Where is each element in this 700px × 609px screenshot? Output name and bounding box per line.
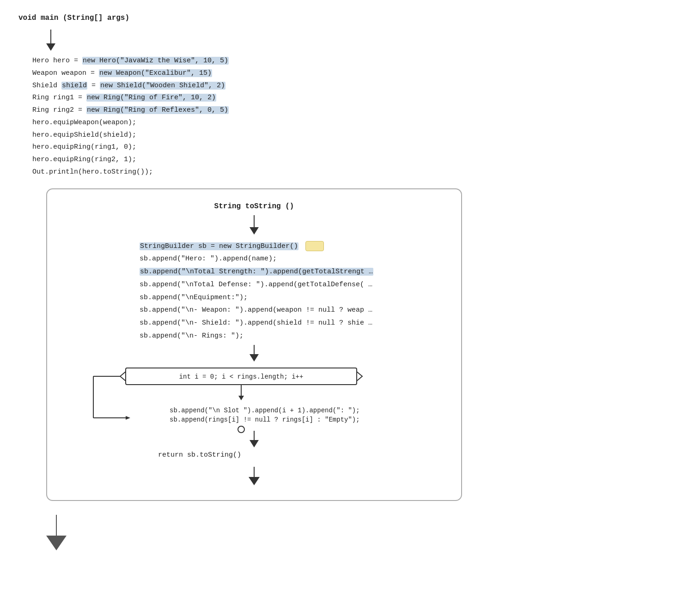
code-line-sb: StringBuilder sb = new StringBuilder() bbox=[140, 241, 443, 253]
code-line-weapon: Weapon weapon = new Weapon("Excalibur", … bbox=[32, 68, 229, 79]
svg-text:sb.append(rings[i] != null ? r: sb.append(rings[i] != null ? rings[i] : … bbox=[170, 416, 360, 423]
svg-point-12 bbox=[238, 426, 244, 433]
tostring-method-box: String toString () StringBuilder sb = ne… bbox=[46, 188, 462, 501]
flowchart-main: void main (String[] args) Hero hero = ne… bbox=[18, 14, 682, 550]
tostring-entry-arrow bbox=[66, 215, 443, 235]
tostring-title: String toString () bbox=[66, 202, 443, 211]
code-line-append-defense: sb.append("\nTotal Defense: ").append(ge… bbox=[140, 279, 443, 291]
code-line-append-rings: sb.append("\n- Rings: "); bbox=[140, 331, 443, 342]
code-line-append-weapon: sb.append("\n- Weapon: ").append(weapon … bbox=[140, 305, 443, 316]
tostring-exit-arrow bbox=[66, 467, 443, 485]
code-line-println: Out.println(hero.toString()); bbox=[32, 167, 229, 178]
return-line: return sb.toString() bbox=[66, 450, 443, 461]
main-code-block: Hero hero = new Hero("JavaWiz the Wise",… bbox=[18, 55, 229, 179]
loop-svg: int i = 0; i < rings.length; i++ sb.appe… bbox=[79, 363, 426, 428]
svg-marker-9 bbox=[238, 396, 244, 400]
loop-section: int i = 0; i < rings.length; i++ sb.appe… bbox=[79, 363, 443, 428]
post-loop-arrow bbox=[66, 431, 443, 447]
code-line-shield: Shield shield = new Shield("Wooden Shiel… bbox=[32, 80, 229, 92]
code-line-ring1: Ring ring1 = new Ring("Ring of Fire", 10… bbox=[32, 92, 229, 104]
code-line-equip-ring1: hero.equipRing(ring1, 0); bbox=[32, 142, 229, 153]
svg-text:sb.append("\n Slot ").append(i: sb.append("\n Slot ").append(i + 1).appe… bbox=[170, 407, 360, 414]
top-flow-arrow bbox=[46, 30, 55, 51]
main-title: void main (String[] args) bbox=[18, 14, 129, 22]
tostring-code-block: StringBuilder sb = new StringBuilder() s… bbox=[66, 241, 443, 342]
svg-marker-3 bbox=[126, 416, 130, 420]
svg-marker-5 bbox=[357, 372, 362, 381]
code-line-append-shield: sb.append("\n- Shield: ").append(shield … bbox=[140, 318, 443, 329]
pre-loop-arrow bbox=[66, 345, 443, 362]
code-line-equip-weapon: hero.equipWeapon(weapon); bbox=[32, 117, 229, 129]
code-line-append-strength: sb.append("\nTotal Strength: ").append(g… bbox=[140, 266, 443, 278]
yellow-annotation-box bbox=[305, 241, 324, 251]
code-line-equip-shield: hero.equipShield(shield); bbox=[32, 130, 229, 141]
svg-marker-4 bbox=[120, 372, 126, 381]
code-line-append-equipment: sb.append("\nEquipment:"); bbox=[140, 292, 443, 304]
code-line-equip-ring2: hero.equipRing(ring2, 1); bbox=[32, 154, 229, 166]
svg-text:int i = 0; i < rings.length; i: int i = 0; i < rings.length; i++ bbox=[179, 373, 304, 380]
code-line-append-hero: sb.append("Hero: ").append(name); bbox=[140, 253, 443, 265]
terminal-arrow bbox=[46, 515, 67, 550]
code-line-ring2: Ring ring2 = new Ring("Ring of Reflexes"… bbox=[32, 105, 229, 116]
code-line-hero: Hero hero = new Hero("JavaWiz the Wise",… bbox=[32, 55, 229, 67]
